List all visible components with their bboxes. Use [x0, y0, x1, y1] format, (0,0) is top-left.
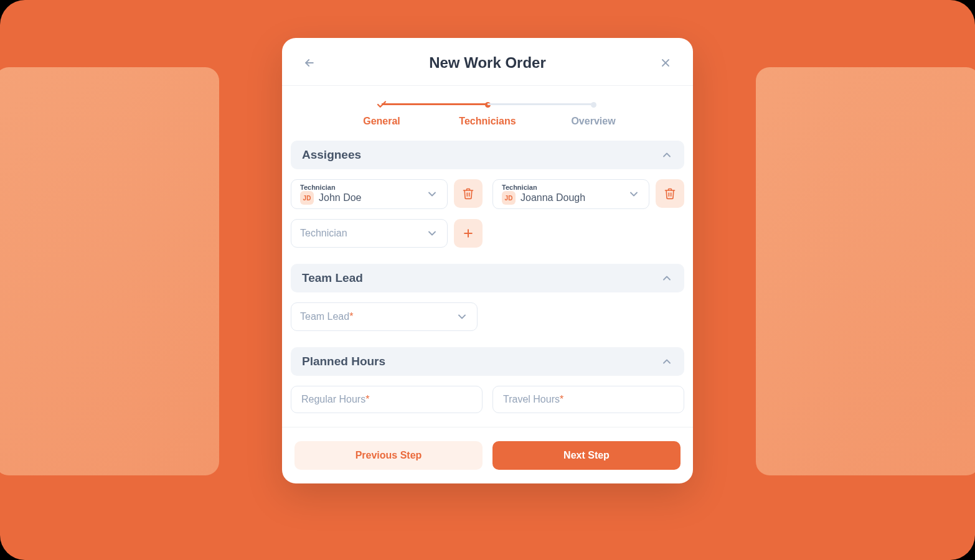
- background-card-left: [0, 67, 219, 475]
- close-button[interactable]: [657, 54, 674, 72]
- technician-name: John Doe: [319, 192, 362, 203]
- modal-footer: Previous Step Next Step: [282, 427, 693, 483]
- chevron-down-icon: [628, 188, 640, 200]
- new-work-order-modal: New Work Order General Technicians Overv…: [282, 38, 693, 483]
- assignees-section-body: Technician JD John Doe Technician JD: [282, 169, 693, 253]
- chevron-down-icon: [426, 227, 438, 240]
- travel-hours-input[interactable]: Travel Hours*: [492, 386, 684, 413]
- modal-header: New Work Order: [282, 38, 693, 86]
- delete-assignee-button[interactable]: [656, 179, 684, 208]
- chevron-down-icon: [426, 188, 438, 200]
- technician-select[interactable]: Technician JD Joanna Dough: [492, 179, 649, 209]
- step-overview[interactable]: Overview: [540, 100, 646, 127]
- placeholder: Travel Hours*: [503, 394, 563, 404]
- section-title: Team Lead: [302, 271, 363, 285]
- back-button[interactable]: [301, 54, 318, 72]
- add-assignee-button[interactable]: [454, 219, 483, 248]
- chevron-up-icon: [661, 149, 673, 161]
- step-technicians[interactable]: Technicians: [435, 100, 540, 127]
- team-lead-section-header[interactable]: Team Lead: [291, 264, 684, 292]
- regular-hours-input[interactable]: Regular Hours*: [291, 386, 483, 413]
- technician-name: Joanna Dough: [520, 192, 585, 203]
- field-label: Technician: [502, 184, 621, 191]
- inactive-step-dot: [591, 102, 596, 108]
- stepper: General Technicians Overview: [282, 86, 693, 136]
- technician-select[interactable]: Technician JD John Doe: [291, 179, 448, 209]
- placeholder: Technician: [300, 228, 347, 239]
- team-lead-section-body: Team Lead*: [282, 292, 693, 336]
- placeholder: Regular Hours*: [301, 394, 369, 404]
- close-icon: [659, 57, 672, 69]
- field-label: Technician: [300, 184, 420, 191]
- section-title: Assignees: [302, 148, 361, 162]
- next-step-button[interactable]: Next Step: [492, 441, 681, 470]
- step-general[interactable]: General: [329, 100, 435, 127]
- chevron-up-icon: [661, 355, 673, 368]
- trash-icon: [664, 187, 676, 200]
- step-label: Technicians: [459, 116, 516, 127]
- step-label: Overview: [571, 116, 615, 127]
- assignee-row: Technician JD John Doe: [291, 179, 483, 209]
- technician-select-empty[interactable]: Technician: [291, 219, 448, 248]
- assignee-row-empty: Technician: [291, 219, 483, 248]
- planned-hours-section-body: Regular Hours* Travel Hours*: [282, 376, 693, 418]
- section-title: Planned Hours: [302, 355, 385, 368]
- assignee-row: Technician JD Joanna Dough: [492, 179, 684, 209]
- trash-icon: [462, 187, 474, 200]
- avatar: JD: [300, 191, 314, 205]
- assignees-section-header[interactable]: Assignees: [291, 141, 684, 169]
- planned-hours-section-header[interactable]: Planned Hours: [291, 347, 684, 376]
- arrow-left-icon: [303, 57, 316, 69]
- avatar: JD: [502, 191, 516, 205]
- chevron-down-icon: [456, 310, 468, 323]
- team-lead-select[interactable]: Team Lead*: [291, 302, 478, 331]
- previous-step-button[interactable]: Previous Step: [294, 441, 483, 470]
- background-card-right: [756, 67, 975, 475]
- plus-icon: [462, 227, 474, 240]
- delete-assignee-button[interactable]: [454, 179, 483, 208]
- step-label: General: [363, 116, 400, 127]
- chevron-up-icon: [661, 272, 673, 284]
- placeholder: Team Lead*: [300, 311, 353, 322]
- modal-title: New Work Order: [429, 54, 546, 72]
